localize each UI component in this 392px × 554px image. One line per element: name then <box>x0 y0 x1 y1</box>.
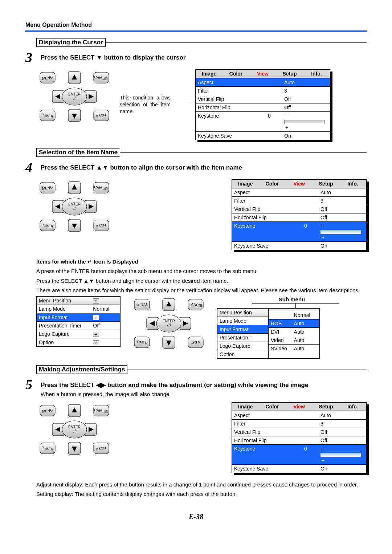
section-rule <box>106 42 367 43</box>
row-ksave: Keystone Save <box>196 132 257 140</box>
tab-view: View <box>286 403 313 411</box>
tab-setup: Setup <box>276 70 303 78</box>
submenu-label: Sub menu <box>217 296 367 302</box>
adjustment-note: Adjustment display: Each press of the bu… <box>36 481 367 488</box>
step-text: Press the SELECT ▼ button to display the… <box>41 54 185 61</box>
leader-line <box>176 104 190 104</box>
section-title: Making Adjustments/Settings <box>36 365 127 374</box>
osd-menu: Image Color View Setup Info. AspectAuto … <box>232 179 367 250</box>
setup-menu-left: Menu Position↵ Lamp ModeNormal Input For… <box>36 296 121 347</box>
page-number: E-38 <box>25 513 367 521</box>
setup-menu-right: Menu Position Lamp Mode Input Format Pre… <box>217 308 268 359</box>
row-vflip: Vertical Flip <box>196 95 257 103</box>
step-sub: When a button is pressed, the image will… <box>41 391 308 397</box>
tab-setup: Setup <box>313 403 339 411</box>
enter-icon: ↵ <box>93 298 99 304</box>
tab-color: Color <box>259 403 286 411</box>
tab-color: Color <box>222 70 249 78</box>
setting-note: Setting display: The setting contents di… <box>36 490 367 498</box>
icon-note-title: Items for which the ↵ Icon Is Displayed <box>36 258 367 265</box>
svg-text:⏎: ⏎ <box>167 323 171 328</box>
header-rule <box>25 30 367 32</box>
enter-icon: ↵ <box>93 332 99 337</box>
condition-note: This condition allows selection of the i… <box>120 94 171 115</box>
remote-diagram: MENU CANCEL TIMER KSTN ENTER ⏎ <box>36 69 113 125</box>
remote-diagram: MENU CANCEL TIMER KSTN ENTER ⏎ <box>131 296 207 352</box>
row-aspect: Aspect <box>196 78 257 86</box>
submenu-leader <box>252 303 332 308</box>
icon-note-line: There are also some items for which the … <box>36 287 367 294</box>
remote-diagram: MENU CANCEL TIMER KSTN ENTER ⏎ <box>36 402 113 458</box>
enter-icon: ↵ <box>93 340 99 345</box>
submenu: Normal RGBAuto DVIAuto VideoAuto SVideoA… <box>268 308 320 359</box>
tab-setup: Setup <box>313 180 339 188</box>
row-keystone: Keystone <box>196 112 257 131</box>
section-title-row: Selection of the Item Name <box>36 148 367 157</box>
tab-image: Image <box>232 180 259 188</box>
row-hflip: Horizontal Flip <box>196 103 257 111</box>
section-title-row: Making Adjustments/Settings <box>36 365 367 374</box>
tab-view: View <box>286 180 313 188</box>
tab-view: View <box>249 70 276 78</box>
tab-info: Info. <box>339 180 366 188</box>
section-header: Menu Operation Method <box>25 22 367 28</box>
row-filter: Filter <box>196 87 257 95</box>
svg-text:⏎: ⏎ <box>73 429 77 434</box>
tab-color: Color <box>259 180 286 188</box>
step-text: Press the SELECT ◀▶ button and make the … <box>41 381 308 389</box>
tab-image: Image <box>232 403 259 411</box>
osd-menu: Image Color View Setup Info. AspectAuto … <box>195 69 330 140</box>
icon-note-line: Press the SELECT ▲▼ button and align the… <box>36 277 367 285</box>
osd-menu: Image Color View Setup Info. AspectAuto … <box>232 402 367 473</box>
tab-info: Info. <box>339 403 366 411</box>
enter-icon: ↵ <box>93 315 99 320</box>
section-title-row: Displaying the Cursor <box>36 38 367 47</box>
step-number: 5 <box>25 378 41 391</box>
remote-diagram: MENU CANCEL TIMER KSTN ENTER ⏎ <box>36 179 113 235</box>
section-title: Displaying the Cursor <box>36 38 106 47</box>
svg-text:⏎: ⏎ <box>73 206 77 211</box>
tab-image: Image <box>196 70 222 78</box>
section-title: Selection of the Item Name <box>36 148 120 157</box>
step-number: 3 <box>25 50 41 64</box>
svg-text:⏎: ⏎ <box>73 96 77 101</box>
icon-note-line: A press of the ENTER button displays the… <box>36 268 367 275</box>
step-text: Press the SELECT ▲▼ button to align the … <box>41 164 242 171</box>
step-number: 4 <box>25 160 41 174</box>
tab-info: Info. <box>303 70 330 78</box>
